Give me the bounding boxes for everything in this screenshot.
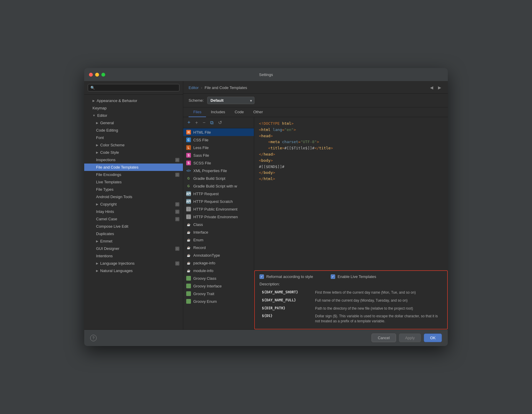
sidebar-item-code-editing[interactable]: Code Editing <box>84 127 183 134</box>
file-type-icon: S <box>186 153 191 158</box>
table-row: ${DAY_NAME_FULL}Full name of the current… <box>259 297 442 305</box>
file-item-http-request[interactable]: APIHTTP Request <box>183 190 254 198</box>
file-item-gradle-build[interactable]: GGradle Build Script <box>183 174 254 182</box>
file-item-css-file[interactable]: CCSS File <box>183 136 254 144</box>
sidebar-item-inspections[interactable]: Inspections□ <box>84 156 183 164</box>
file-item-xml-file[interactable]: </>XML Properties File <box>183 167 254 174</box>
forward-arrow[interactable]: ▶ <box>437 85 442 90</box>
apply-button[interactable]: Apply <box>399 334 421 342</box>
sidebar-item-font[interactable]: Font <box>84 134 183 141</box>
variable-description: Path to the directory of the new file (r… <box>313 305 442 313</box>
scheme-select-wrap: Default <box>207 97 254 104</box>
sidebar: 🔍 ▶Appearance & BehaviorKeymap▼Editor▶Ge… <box>84 81 183 329</box>
tab-other[interactable]: Other <box>249 107 268 117</box>
file-type-icon: G <box>186 184 191 188</box>
file-type-icon: G <box>186 299 191 304</box>
sidebar-item-android-design-tools[interactable]: Android Design Tools <box>84 193 183 200</box>
help-button[interactable]: ? <box>90 335 97 341</box>
reset-button[interactable]: ↺ <box>217 119 223 126</box>
sidebar-item-appearance[interactable]: ▶Appearance & Behavior <box>84 97 183 104</box>
search-wrap[interactable]: 🔍 <box>88 84 179 91</box>
tab-code[interactable]: Code <box>230 107 249 117</box>
live-templates-checkbox[interactable]: ✓ <box>331 274 335 279</box>
file-item-groovy-interface[interactable]: GGroovy Interface <box>183 282 254 290</box>
sidebar-item-code-style[interactable]: ▶Code Style <box>84 149 183 156</box>
sidebar-item-intentions[interactable]: Intentions <box>84 252 183 260</box>
sidebar-item-label: Code Editing <box>96 128 118 132</box>
file-item-http-private-env[interactable]: {..}HTTP Private Environmen <box>183 213 254 221</box>
file-item-label: Gradle Build Script with w <box>193 184 237 188</box>
file-item-module-info[interactable]: ☕module-info <box>183 267 254 274</box>
sidebar-item-gui-designer[interactable]: GUI Designer□ <box>84 245 183 252</box>
file-type-icon: G <box>186 176 191 181</box>
maximize-button[interactable] <box>101 73 105 77</box>
sidebar-item-label: Editor <box>97 113 107 118</box>
sidebar-item-compose-live-edit[interactable]: Compose Live Edit <box>84 223 183 230</box>
file-list-toolbar: + + − ⧉ ↺ <box>183 117 254 128</box>
sidebar-item-file-types[interactable]: File Types <box>84 186 183 193</box>
file-item-groovy-enum[interactable]: GGroovy Enum <box>183 297 254 305</box>
file-item-html-file[interactable]: HHTML File <box>183 128 254 136</box>
search-input[interactable] <box>97 85 177 90</box>
file-item-http-public-env[interactable]: {..}HTTP Public Environment <box>183 205 254 213</box>
sidebar-item-camel-case[interactable]: Camel Case□ <box>84 215 183 223</box>
file-item-interface[interactable]: ☕Interface <box>183 228 254 236</box>
sidebar-item-label: Intentions <box>96 254 113 258</box>
tab-includes[interactable]: Includes <box>206 107 230 117</box>
reformat-checkbox-item[interactable]: ✓ Reformat according to style <box>259 274 313 279</box>
file-type-icon: ☕ <box>186 237 191 242</box>
file-item-label: Gradle Build Script <box>193 176 225 181</box>
file-item-class[interactable]: ☕Class <box>183 221 254 228</box>
reformat-checkbox[interactable]: ✓ <box>259 274 264 279</box>
file-item-groovy-trait[interactable]: GGroovy Trait <box>183 290 254 297</box>
sidebar-item-keymap[interactable]: Keymap <box>84 104 183 112</box>
file-item-enum[interactable]: ☕Enum <box>183 236 254 244</box>
file-item-record[interactable]: ☕Record <box>183 244 254 251</box>
minimize-button[interactable] <box>95 73 99 77</box>
scheme-select[interactable]: Default <box>207 97 254 104</box>
close-button[interactable] <box>89 73 93 77</box>
file-item-groovy-class[interactable]: GGroovy Class <box>183 274 254 282</box>
file-item-http-request-scratch[interactable]: APIHTTP Request Scratch <box>183 198 254 205</box>
sidebar-item-color-scheme[interactable]: ▶Color Scheme <box>84 141 183 149</box>
sidebar-item-duplicates[interactable]: Duplicates <box>84 230 183 237</box>
badge-icon: □ <box>175 247 179 251</box>
code-line: <meta charset="UTF-8"> <box>259 139 443 145</box>
tab-files[interactable]: Files <box>189 107 206 117</box>
sidebar-item-live-templates[interactable]: Live Templates <box>84 178 183 186</box>
sidebar-item-general[interactable]: ▶General <box>84 119 183 127</box>
file-item-scss-file[interactable]: SSCSS File <box>183 159 254 167</box>
sidebar-item-copyright[interactable]: ▶Copyright□ <box>84 200 183 208</box>
sidebar-item-inlay-hints[interactable]: Inlay Hints□ <box>84 208 183 215</box>
file-item-package-info[interactable]: ☕package-info <box>183 259 254 267</box>
add-child-button[interactable]: + <box>194 119 199 126</box>
live-templates-checkbox-item[interactable]: ✓ Enable Live Templates <box>331 274 376 279</box>
file-item-annotation-type[interactable]: ☕AnnotationType <box>183 251 254 259</box>
ok-button[interactable]: OK <box>424 334 442 342</box>
sidebar-item-editor[interactable]: ▼Editor <box>84 112 183 119</box>
code-line: </html> <box>259 176 443 182</box>
file-item-sass-file[interactable]: SSass File <box>183 151 254 159</box>
cancel-button[interactable]: Cancel <box>372 334 396 342</box>
sidebar-item-label: Compose Live Edit <box>96 224 128 229</box>
bottom-overlay: ✓ Reformat according to style ✓ Enable L… <box>254 270 448 329</box>
sidebar-item-emmet[interactable]: ▶Emmet <box>84 237 183 245</box>
file-item-label: XML Properties File <box>193 169 227 173</box>
file-type-icon: L <box>186 145 191 150</box>
file-item-less-file[interactable]: LLess File <box>183 144 254 151</box>
sidebar-item-language-injections[interactable]: ▶Language Injections□ <box>84 260 183 267</box>
breadcrumb-editor[interactable]: Editor <box>189 85 199 90</box>
add-template-button[interactable]: + <box>186 119 192 126</box>
table-row: ${DAY_NAME_SHORT}First three letters of … <box>259 289 442 297</box>
variable-name: ${DS} <box>259 312 313 325</box>
back-arrow[interactable]: ◀ <box>429 85 434 90</box>
sidebar-item-natural-languages[interactable]: ▶Natural Languages <box>84 267 183 274</box>
chevron-icon: ▼ <box>93 114 95 117</box>
sidebar-item-file-and-code-templates[interactable]: File and Code Templates <box>84 164 183 171</box>
file-item-gradle-build-w[interactable]: GGradle Build Script with w <box>183 182 254 190</box>
remove-button[interactable]: − <box>202 119 207 126</box>
sidebar-item-label: Live Templates <box>96 180 121 184</box>
code-line: <!DOCTYPE html> <box>259 121 443 127</box>
sidebar-item-file-encodings[interactable]: File Encodings□ <box>84 171 183 178</box>
copy-button[interactable]: ⧉ <box>209 119 215 126</box>
